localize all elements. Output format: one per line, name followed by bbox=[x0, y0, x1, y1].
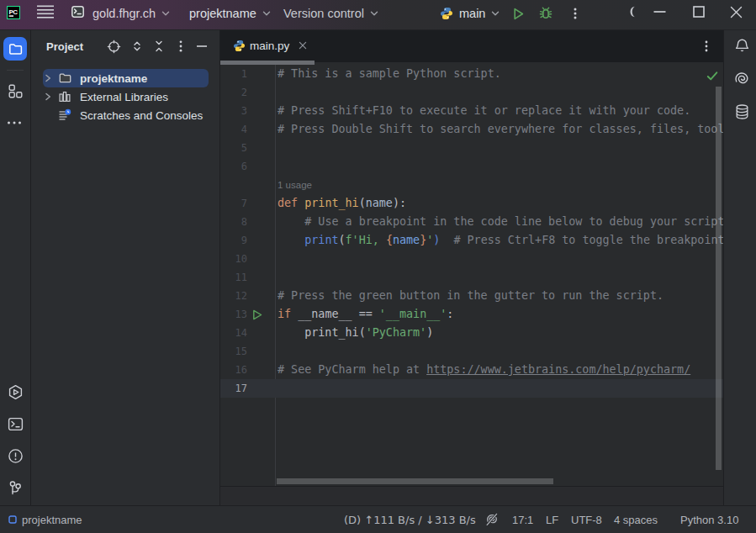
status-interpreter[interactable]: Python 3.10 bbox=[680, 514, 738, 526]
python-file-icon bbox=[233, 40, 246, 52]
line-number: 1 bbox=[220, 65, 247, 83]
project-tool-window: Project projektnameExternal LibrariesScr… bbox=[31, 30, 220, 505]
night-mode-moon-icon[interactable] bbox=[627, 0, 637, 25]
code-text: # Use a breakpoint in the code line belo… bbox=[278, 213, 723, 231]
tree-item-label: projektname bbox=[80, 72, 147, 85]
code-line-3: 3# Press Shift+F10 to execute it or repl… bbox=[220, 102, 723, 120]
line-number: 9 bbox=[220, 231, 247, 250]
chevron-down-icon bbox=[490, 8, 500, 18]
tree-item-projektname[interactable]: projektname bbox=[31, 69, 219, 87]
status-indent[interactable]: 4 spaces bbox=[614, 514, 658, 526]
code-text: # This is a sample Python script. bbox=[278, 65, 501, 83]
folder-icon bbox=[58, 71, 71, 85]
code-line-13: 13if __name__ == '__main__': bbox=[220, 305, 723, 324]
code-line-16: 16# See PyCharm help at https://www.jetb… bbox=[220, 361, 723, 379]
scratches-icon bbox=[58, 108, 71, 122]
maximize-button[interactable] bbox=[693, 0, 705, 25]
run-config-widget[interactable]: main bbox=[440, 0, 500, 27]
pycharm-logo-text: PC bbox=[8, 8, 18, 16]
terminal-tool-button[interactable] bbox=[6, 414, 24, 433]
line-number: 5 bbox=[220, 139, 247, 157]
tree-item-external-libraries[interactable]: External Libraries bbox=[31, 87, 219, 106]
inlay-hint-row: 1 usage bbox=[220, 176, 723, 194]
notifications-bell-button[interactable] bbox=[733, 38, 750, 55]
project-panel-title: Project bbox=[46, 40, 83, 53]
panel-options-kebab-icon[interactable] bbox=[174, 40, 188, 53]
code-text: # Press Double Shift to search everywher… bbox=[278, 120, 723, 139]
editor-tab-bar: main.py bbox=[220, 30, 723, 62]
run-line-icon[interactable] bbox=[251, 309, 263, 321]
code-text: # Press Shift+F10 to execute it or repla… bbox=[278, 102, 690, 120]
code-line-4: 4# Press Double Shift to search everywhe… bbox=[220, 120, 723, 139]
more-actions-kebab-icon[interactable] bbox=[570, 0, 580, 27]
select-opened-file-icon[interactable] bbox=[107, 40, 121, 54]
close-tab-icon[interactable] bbox=[299, 41, 307, 50]
chevron-right-icon[interactable] bbox=[43, 92, 53, 102]
line-number: 6 bbox=[220, 157, 247, 176]
ssh-host-icon[interactable] bbox=[71, 0, 84, 25]
left-tool-stripe bbox=[0, 30, 31, 505]
status-line-separator[interactable]: LF bbox=[546, 514, 558, 526]
minimize-button[interactable] bbox=[653, 0, 666, 25]
code-line-12: 12# Press the green button in the gutter… bbox=[220, 287, 723, 305]
code-line-5: 5 bbox=[220, 139, 723, 157]
tab-main-py[interactable]: main.py bbox=[220, 30, 315, 62]
chevron-down-icon bbox=[369, 8, 379, 18]
editor-options-kebab-icon[interactable] bbox=[701, 40, 711, 53]
code-line-14: 14 print_hi('PyCharm') bbox=[220, 324, 723, 342]
vcs-widget[interactable]: Version control bbox=[283, 0, 379, 27]
problems-tool-button[interactable] bbox=[6, 446, 24, 465]
database-button[interactable] bbox=[734, 103, 750, 120]
code-line-15: 15 bbox=[220, 342, 723, 361]
status-network[interactable]: (D) ↑111 B/s / ↓313 B/s bbox=[344, 514, 476, 526]
expand-all-icon[interactable] bbox=[130, 40, 144, 53]
debug-button[interactable] bbox=[538, 0, 553, 27]
project-panel-header: Project bbox=[31, 30, 219, 64]
inspections-ok-check-icon[interactable] bbox=[706, 71, 718, 82]
more-tool-windows-button[interactable] bbox=[5, 118, 24, 128]
line-number: 16 bbox=[220, 361, 247, 379]
code-line-6: 6 bbox=[220, 157, 723, 176]
line-number: 12 bbox=[220, 287, 247, 305]
usages-inlay-hint[interactable]: 1 usage bbox=[278, 176, 312, 194]
chevron-right-icon[interactable] bbox=[43, 73, 53, 83]
pycharm-logo-icon: PC bbox=[7, 0, 20, 26]
status-bar: projektname (D) ↑111 B/s / ↓313 B/s17:1L… bbox=[0, 505, 756, 533]
line-number: 8 bbox=[220, 213, 247, 231]
project-widget[interactable]: projektname bbox=[189, 0, 272, 27]
remote-host-widget[interactable]: gold.fhgr.ch bbox=[93, 0, 171, 27]
stripe-divider bbox=[7, 70, 24, 71]
tree-item-label: Scratches and Consoles bbox=[80, 109, 203, 122]
project-tool-button-active[interactable] bbox=[3, 37, 27, 61]
line-number: 3 bbox=[220, 102, 247, 120]
main-menu-burger-icon[interactable] bbox=[37, 0, 54, 25]
collapse-all-icon[interactable] bbox=[152, 40, 166, 53]
run-tool-button[interactable] bbox=[6, 383, 24, 401]
library-icon bbox=[58, 90, 71, 103]
editor-bottom-strip bbox=[220, 486, 723, 505]
structure-tool-button[interactable] bbox=[7, 82, 24, 99]
tree-item-label: External Libraries bbox=[80, 91, 168, 103]
code-line-2: 2 bbox=[220, 83, 723, 102]
status-ai-off-icon[interactable] bbox=[485, 513, 499, 526]
code-text: # Press the green button in the gutter t… bbox=[278, 287, 663, 305]
tree-item-scratches-and-consoles[interactable]: Scratches and Consoles bbox=[31, 106, 219, 124]
horizontal-scrollbar[interactable] bbox=[277, 478, 553, 484]
code-line-10: 10 bbox=[220, 250, 723, 268]
title-bar: PC gold.fhgr.ch projektname Version cont… bbox=[0, 0, 756, 30]
ai-assistant-button[interactable] bbox=[733, 71, 750, 87]
status-caret-position[interactable]: 17:1 bbox=[512, 514, 533, 526]
status-encoding[interactable]: UTF-8 bbox=[571, 514, 602, 526]
code-text: def print_hi(name): bbox=[278, 194, 406, 213]
hide-panel-icon[interactable] bbox=[195, 40, 209, 53]
version-control-tool-button[interactable] bbox=[6, 478, 24, 497]
editor-area: main.py 1# This is a sample Python scrip… bbox=[220, 30, 723, 486]
chevron-down-icon bbox=[161, 8, 171, 18]
run-button[interactable] bbox=[511, 0, 526, 27]
close-button[interactable] bbox=[730, 0, 743, 25]
python-logo-icon bbox=[440, 7, 453, 20]
line-number: 15 bbox=[220, 342, 247, 361]
vertical-scrollbar[interactable] bbox=[716, 87, 722, 470]
code-line-9: 9 print(f'Hi, {name}') # Press Ctrl+F8 t… bbox=[220, 231, 723, 250]
code-line-7: 7def print_hi(name): bbox=[220, 194, 723, 213]
